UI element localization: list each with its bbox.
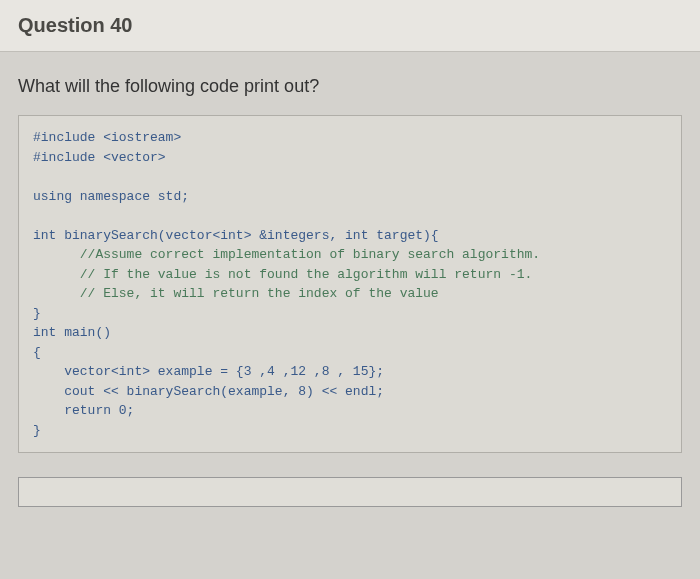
- code-line: using namespace std;: [33, 189, 189, 204]
- question-header: Question 40: [0, 0, 700, 52]
- code-line: return 0;: [33, 403, 134, 418]
- content-area: What will the following code print out? …: [0, 76, 700, 507]
- question-title: Question 40: [18, 14, 682, 37]
- code-line: int binarySearch(vector<int> &integers, …: [33, 228, 439, 243]
- code-block: #include <iostream> #include <vector> us…: [18, 115, 682, 453]
- code-comment: // If the value is not found the algorit…: [33, 267, 532, 282]
- code-line: }: [33, 306, 41, 321]
- code-line: {: [33, 345, 41, 360]
- code-line: cout << binarySearch(example, 8) << endl…: [33, 384, 384, 399]
- code-line: vector<int> example = {3 ,4 ,12 ,8 , 15}…: [33, 364, 384, 379]
- code-line: #include <vector>: [33, 150, 166, 165]
- code-comment: //Assume correct implementation of binar…: [33, 247, 540, 262]
- question-prompt: What will the following code print out?: [18, 76, 682, 97]
- answer-input[interactable]: [18, 477, 682, 507]
- code-line: int main(): [33, 325, 111, 340]
- code-line: }: [33, 423, 41, 438]
- code-comment: // Else, it will return the index of the…: [33, 286, 439, 301]
- code-line: #include <iostream>: [33, 130, 181, 145]
